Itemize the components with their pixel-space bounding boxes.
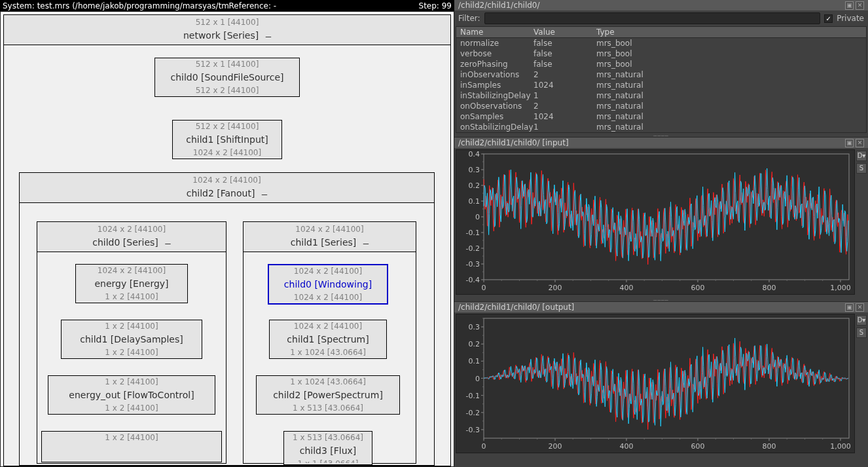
node-header: 512 x 1 [44100] [155,58,299,70]
node-header: 1 x 2 [44100] [42,432,221,443]
plot-output[interactable]: -0.3-0.2-0.100.10.20.302004006008001,000 [456,314,855,453]
prop-value[interactable]: 2 [530,69,592,80]
table-row[interactable]: normalizefalsemrs_bool [456,38,866,48]
node-title: child3 [Flux] [284,443,372,458]
prop-name: inStabilizingDelay [456,90,530,101]
undock-icon[interactable]: ▣ [845,1,854,10]
node-energy[interactable]: 1024 x 2 [44100] energy [Energy] 1 x 2 [… [75,264,188,303]
svg-text:600: 600 [691,442,704,451]
prop-type: mrs_natural [592,80,866,90]
svg-text:0: 0 [475,375,480,383]
node-footer: 1 x 1024 [43.0664] [270,346,386,358]
plot-input-title: /child2/child1/child0/ [input] [458,138,569,147]
node-title: child0 [Windowing] [269,277,387,291]
node-spectrum[interactable]: 1024 x 2 [44100] child1 [Spectrum] 1 x 1… [269,320,387,359]
table-row[interactable]: inStabilizingDelay1mrs_natural [456,90,866,101]
table-row[interactable]: onStabilizingDelay1mrs_natural [456,122,866,132]
graph-canvas[interactable]: 512 x 1 [44100] network [Series] — 512 x… [0,11,454,467]
node-footer: 1024 x 2 [44100] [173,147,281,159]
prop-value[interactable]: false [530,48,592,59]
node-windowing[interactable]: 1024 x 2 [44100] child0 [Windowing] 1024… [268,264,388,305]
node-title: child1 [Spectrum] [270,332,386,346]
inspector-panel: /child2/child1/child0/ ▣ ✕ Filter: ✓ Pri… [454,0,868,467]
node-flux[interactable]: 1 x 513 [43.0664] child3 [Flux] 1 x 1 [4… [283,431,372,465]
svg-text:0.3: 0.3 [469,166,480,174]
group-title: child1 [Series] [291,237,357,248]
node-header: 512 x 2 [44100] [173,121,281,132]
plot-settings-button[interactable]: S [856,163,867,174]
node-footer: 1024 x 2 [44100] [269,291,387,303]
prop-value[interactable]: 1 [530,90,592,101]
plot-display-button[interactable]: D▾ [856,151,867,161]
node-powerspectrum[interactable]: 1 x 1024 [43.0664] child2 [PowerSpectrum… [256,375,400,415]
plot-display-button[interactable]: D▾ [856,315,867,326]
node-title: child2 [PowerSpectrum] [257,388,399,402]
prop-value[interactable]: false [530,38,592,48]
reference-value: - [274,1,276,10]
collapse-toggle-icon[interactable]: — [165,238,170,248]
prop-value[interactable]: false [530,59,592,69]
col-header-name[interactable]: Name [456,27,530,37]
table-row[interactable]: verbosefalsemrs_bool [456,48,866,59]
table-row[interactable]: inSamples1024mrs_natural [456,80,866,90]
svg-text:-0.2: -0.2 [466,244,480,253]
plot-input-title-bar: /child2/child1/child0/ [input] ▣ ✕ [454,138,868,148]
prop-value[interactable]: 1024 [530,80,592,90]
private-checkbox[interactable]: ✓ [824,14,833,23]
prop-value[interactable]: 2 [530,101,592,111]
table-row[interactable]: onObservations2mrs_natural [456,101,866,111]
svg-text:0.1: 0.1 [469,197,480,206]
node-series-a-tail[interactable]: 1 x 2 [44100] [41,431,222,462]
node-footer: 1 x 2 [44100] [48,402,215,414]
node-footer: 1 x 513 [43.0664] [257,402,399,414]
plot-settings-button[interactable]: S [856,327,867,338]
svg-text:0.1: 0.1 [469,357,480,365]
node-shiftinput[interactable]: 512 x 2 [44100] child1 [ShiftInput] 1024… [172,120,282,159]
close-icon[interactable]: ✕ [856,1,864,10]
prop-value[interactable]: 1024 [530,111,592,122]
table-row[interactable]: zeroPhasingfalsemrs_bool [456,59,866,69]
svg-text:0.2: 0.2 [469,181,480,190]
filter-input[interactable] [484,12,821,24]
prop-type: mrs_bool [592,59,866,69]
collapse-toggle-icon[interactable]: — [363,238,369,248]
system-value: test.mrs (/home/jakob/programming/marsya… [37,1,229,10]
svg-text:1,000: 1,000 [830,442,851,451]
svg-text:200: 200 [548,284,562,292]
table-row[interactable]: inObservations2mrs_natural [456,69,866,80]
node-title: energy [Energy] [76,276,187,291]
group-title: child0 [Series] [92,237,158,248]
svg-text:0.4: 0.4 [469,150,480,159]
prop-name: onStabilizingDelay [456,122,530,132]
col-header-value[interactable]: Value [530,27,592,37]
prop-type: mrs_bool [592,38,866,48]
prop-name: verbose [456,48,530,59]
svg-text:600: 600 [691,284,704,292]
node-soundfilesource[interactable]: 512 x 1 [44100] child0 [SoundFileSource]… [154,58,300,97]
undock-icon[interactable]: ▣ [845,303,854,312]
plot-input[interactable]: -0.4-0.3-0.2-0.100.10.20.30.402004006008… [456,149,855,295]
group-network-title: network [Series] [183,30,259,41]
col-header-type[interactable]: Type [592,27,866,37]
table-row[interactable]: onSamples1024mrs_natural [456,111,866,122]
plot-output-title-bar: /child2/child1/child0/ [output] ▣ ✕ [454,302,868,312]
properties-path: /child2/child1/child0/ [458,1,540,10]
close-icon[interactable]: ✕ [856,139,864,147]
prop-type: mrs_natural [592,122,866,132]
prop-name: normalize [456,38,530,48]
collapse-toggle-icon[interactable]: — [266,31,271,41]
svg-text:-0.3: -0.3 [466,426,480,434]
collapse-toggle-icon[interactable]: — [262,189,267,199]
node-delaysamples[interactable]: 1 x 2 [44100] child1 [DelaySamples] 1 x … [61,320,202,359]
prop-name: zeroPhasing [456,59,530,69]
node-title: energy_out [FlowToControl] [48,388,215,402]
node-footer: 1 x 1 [43.0664] [284,458,372,463]
undock-icon[interactable]: ▣ [845,139,854,147]
node-flowtocontrol[interactable]: 1 x 2 [44100] energy_out [FlowToControl]… [48,375,215,415]
node-footer: 1 x 2 [44100] [62,346,202,358]
close-icon[interactable]: ✕ [856,303,864,312]
group-header: 1024 x 2 [44100] [37,223,226,235]
system-label: System: [3,1,35,10]
prop-value[interactable]: 1 [530,122,592,132]
prop-type: mrs_natural [592,90,866,101]
